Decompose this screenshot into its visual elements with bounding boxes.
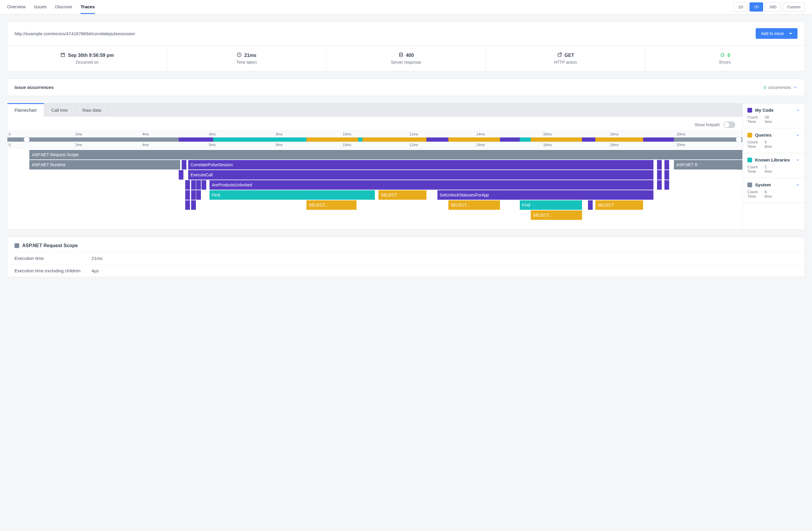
flame-tab-flamechart[interactable]: Flamechart	[8, 103, 44, 117]
issue-occurrences-toggle[interactable]: Issue occurrences 0 occurrences	[8, 79, 804, 96]
chevron-down-icon	[796, 183, 800, 187]
flame-span[interactable]: ASP.NET R	[674, 160, 742, 169]
legend-count-label: Count	[748, 165, 759, 169]
flame-tab-call-tree[interactable]: Call tree	[44, 103, 75, 117]
flame-span[interactable]	[191, 190, 196, 200]
time-range-custom[interactable]: Custom	[783, 2, 805, 12]
legend-item-system[interactable]: SystemCount6Time6ms	[743, 178, 804, 203]
flame-row: SELECT...SELECT...FindSELECT	[8, 200, 742, 210]
ruler-tick: 18ms	[609, 131, 676, 137]
stat-value: 21ms	[244, 53, 256, 58]
legend-time-value: 6ms	[765, 194, 772, 198]
flame-span[interactable]: SELECT...	[306, 200, 357, 210]
flame-span[interactable]: GetUnlockStatusesForApp	[437, 190, 653, 200]
range-handle-right[interactable]	[736, 137, 742, 143]
add-to-issue-button[interactable]: Add to issue	[756, 28, 797, 39]
flame-span[interactable]: SELECT	[378, 190, 426, 200]
stat-value: 400	[406, 53, 414, 58]
ruler-tick: 6ms	[208, 131, 274, 137]
minimap-segment	[595, 137, 643, 142]
time-range-30d[interactable]: 30D	[765, 2, 781, 12]
flame-span[interactable]	[664, 160, 669, 169]
flame-span[interactable]	[202, 180, 206, 190]
nav-tab-traces[interactable]: Traces	[81, 0, 95, 14]
stats-row: Sep 30th 9:56:59 pmOccurred on21msTime t…	[8, 46, 804, 71]
minimap-segment	[179, 137, 213, 142]
show-hotpath-toggle[interactable]	[723, 121, 735, 128]
flame-span[interactable]	[185, 180, 190, 190]
stat-time-taken: 21msTime taken	[167, 46, 326, 71]
legend-time-label: Time	[748, 119, 759, 124]
ruler-tick: 2ms	[74, 142, 141, 148]
minimap-segment	[358, 137, 362, 142]
flame-span[interactable]: ExecuteCall	[188, 170, 653, 180]
stat-errors: 0Errors	[646, 46, 804, 71]
flame-span[interactable]: SELECT	[595, 200, 643, 210]
flame-span[interactable]: SELECT...	[531, 210, 582, 220]
nav-tab-issues[interactable]: Issues	[34, 0, 47, 14]
stat-value: GET	[565, 53, 574, 58]
flame-span[interactable]: AreProductsUnlocked	[209, 180, 653, 190]
flame-row: AreProductsUnlocked	[8, 180, 742, 190]
detail-key: Execution time	[15, 256, 91, 261]
ruler-tick: 0	[8, 142, 74, 148]
flame-span[interactable]	[191, 200, 196, 210]
legend-time-label: Time	[748, 144, 759, 149]
detail-key: Execution time excluding children	[15, 268, 91, 273]
legend-count-value: 6	[765, 190, 767, 194]
flame-minimap[interactable]	[8, 137, 742, 142]
legend-count-value: 29	[765, 115, 769, 119]
detail-value: 4µs	[91, 268, 99, 273]
flame-tab-raw-data[interactable]: Raw data	[75, 103, 108, 117]
flame-span[interactable]	[196, 180, 201, 190]
flame-span[interactable]	[191, 180, 196, 190]
flame-span[interactable]: Find	[209, 190, 375, 200]
top-nav: OverviewIssuesDiscoverTraces 1D7D30DCust…	[0, 0, 812, 14]
flame-span[interactable]	[588, 200, 593, 210]
ruler-tick: 10ms	[342, 142, 408, 148]
calendar-icon	[60, 52, 66, 59]
ruler-tick: 12ms	[408, 131, 475, 137]
flame-span[interactable]	[185, 200, 190, 210]
chevron-down-icon	[796, 133, 800, 137]
flame-span[interactable]	[196, 190, 201, 200]
flame-span[interactable]: Find	[520, 200, 582, 210]
flame-span[interactable]	[185, 190, 190, 200]
time-range-1d[interactable]: 1D	[734, 2, 748, 12]
flame-span[interactable]	[657, 180, 662, 190]
time-range-7d[interactable]: 7D	[750, 2, 764, 12]
flame-ruler-top: 02ms4ms6ms8ms10ms12ms14ms16ms18ms20ms	[8, 131, 742, 137]
legend-time-label: Time	[748, 169, 759, 174]
detail-row: Execution time21ms	[8, 252, 804, 264]
range-handle-left[interactable]	[24, 137, 30, 143]
nav-tab-discover[interactable]: Discover	[55, 0, 72, 14]
minimap-segment	[643, 137, 674, 142]
flame-span[interactable]	[664, 180, 669, 190]
ruler-tick: 20ms	[676, 142, 742, 148]
ruler-tick: 10ms	[342, 131, 408, 137]
stat-label: Time taken	[170, 60, 323, 64]
flame-rows[interactable]: ASP.NET Request ScopeASP.NET RuntimeCorr…	[8, 148, 742, 229]
flame-span[interactable]	[657, 160, 662, 169]
flame-span[interactable]	[664, 170, 669, 180]
flame-span[interactable]: ASP.NET Runtime	[29, 160, 180, 169]
flame-span[interactable]: CorrelatePulseSession	[188, 160, 653, 169]
ruler-tick: 20ms	[676, 131, 742, 137]
ruler-tick: 16ms	[542, 142, 609, 148]
flame-span[interactable]	[179, 170, 184, 180]
legend-item-known-libraries[interactable]: Known LibrariesCount2Time4ms	[743, 153, 804, 178]
flame-span[interactable]: SELECT...	[448, 200, 500, 210]
flame-span[interactable]	[182, 160, 186, 169]
minimap-segment	[448, 137, 500, 142]
nav-tab-overview[interactable]: Overview	[7, 0, 26, 14]
span-swatch	[15, 243, 19, 248]
ruler-tick: 14ms	[475, 142, 542, 148]
legend-item-queries[interactable]: QueriesCount5Time8ms	[743, 128, 804, 153]
flame-row: ASP.NET Request Scope	[8, 150, 742, 160]
trace-url: http://example.com/errors/4741878694/cor…	[15, 31, 135, 36]
chevron-down-icon	[796, 108, 800, 112]
flame-span[interactable]: ASP.NET Request Scope	[29, 150, 742, 159]
flame-span[interactable]	[657, 170, 662, 180]
legend-item-my-code[interactable]: My CodeCount29Time3ms	[743, 103, 804, 128]
legend-time-label: Time	[748, 194, 759, 198]
